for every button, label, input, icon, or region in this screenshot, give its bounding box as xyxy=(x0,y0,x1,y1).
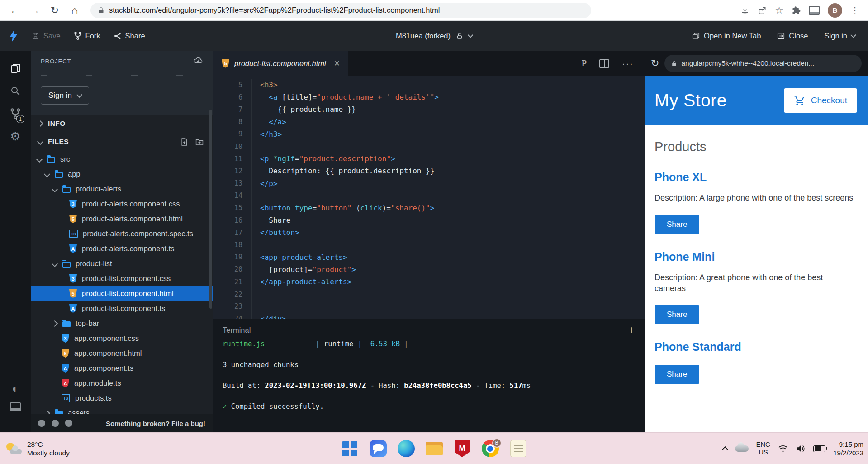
share-button[interactable]: Share xyxy=(655,305,699,324)
save-button[interactable]: Save xyxy=(32,32,61,40)
cloud-download-icon[interactable] xyxy=(194,57,203,64)
close-tab-icon[interactable]: ✕ xyxy=(334,59,340,68)
battery-icon[interactable] xyxy=(813,445,825,452)
share-button[interactable]: Share xyxy=(655,365,699,384)
file-tree-item[interactable]: Aproduct-list.component.ts xyxy=(31,301,213,316)
sidebar-sign-in-button[interactable]: Sign in xyxy=(41,86,89,105)
file-tree-item[interactable]: 3product-list.component.css xyxy=(31,271,213,286)
code-line[interactable]: 5<h3> xyxy=(213,79,645,91)
terminal-output[interactable]: runtime.js | runtime | 6.53 kB | 3 uncha… xyxy=(213,338,645,423)
github-icon[interactable] xyxy=(52,420,59,427)
file-explorer-icon[interactable] xyxy=(425,440,443,458)
files-icon[interactable] xyxy=(5,57,25,80)
code-line[interactable]: 7 {{ product.name }} xyxy=(213,103,645,115)
file-tree-item[interactable]: Aproduct-alerts.component.ts xyxy=(31,241,213,256)
file-tree-item[interactable]: top-bar xyxy=(31,316,213,331)
edge-app-icon[interactable] xyxy=(397,440,415,458)
code-line[interactable]: 8 </a> xyxy=(213,116,645,128)
file-tree-item[interactable]: src xyxy=(31,152,213,167)
file-tree-item[interactable]: product-alerts xyxy=(31,182,213,196)
chat-app-icon[interactable] xyxy=(369,440,387,458)
code-line[interactable]: 12 Description: {{ product.description }… xyxy=(213,165,645,177)
code-line[interactable]: 10 xyxy=(213,140,645,153)
twitter-icon[interactable] xyxy=(38,420,45,427)
windows-start-button[interactable] xyxy=(341,440,359,458)
code-line[interactable]: 17</button> xyxy=(213,226,645,239)
new-terminal-icon[interactable]: + xyxy=(628,325,635,335)
git-icon[interactable]: 1 xyxy=(5,102,25,125)
tray-chevron-up-icon[interactable] xyxy=(722,446,728,453)
new-folder-icon[interactable] xyxy=(195,138,204,146)
checkout-button[interactable]: Checkout xyxy=(784,88,857,113)
file-tree-item[interactable]: Aapp.module.ts xyxy=(31,376,213,391)
volume-icon[interactable] xyxy=(796,445,806,453)
file-tree-item[interactable]: 5app.component.html xyxy=(31,346,213,361)
file-tree-item[interactable]: 5product-list.component.html xyxy=(31,286,213,301)
file-tree-item[interactable]: Aapp.component.ts xyxy=(31,361,213,376)
file-tree-item[interactable]: 3product-alerts.component.css xyxy=(31,196,213,211)
code-line[interactable]: 11<p *ngIf="product.description"> xyxy=(213,153,645,165)
file-tree-item[interactable]: 3app.component.css xyxy=(31,331,213,346)
info-section-header[interactable]: INFO xyxy=(31,115,213,133)
mcafee-app-icon[interactable]: M xyxy=(453,440,471,458)
files-section-header[interactable]: FILES xyxy=(31,133,213,151)
install-icon[interactable] xyxy=(740,6,749,15)
file-a-bug-link[interactable]: Something broken? File a bug! xyxy=(106,420,205,427)
code-line[interactable]: 13</p> xyxy=(213,177,645,190)
file-tree-item[interactable]: TSproducts.ts xyxy=(31,391,213,406)
share-button[interactable]: Share xyxy=(655,215,699,234)
code-line[interactable]: 20 [product]="product"> xyxy=(213,263,645,276)
code-line[interactable]: 19<app-product-alerts> xyxy=(213,251,645,263)
theme-toggle-icon[interactable]: ◐ xyxy=(12,383,19,394)
new-file-icon[interactable] xyxy=(180,138,188,146)
reload-icon[interactable]: ↻ xyxy=(46,2,63,19)
code-line[interactable]: 6 <a [title]="product.name + ' details'"… xyxy=(213,91,645,103)
code-line[interactable]: 15<button type="button" (click)="share()… xyxy=(213,202,645,214)
close-button[interactable]: Close xyxy=(777,32,808,40)
prettier-icon[interactable]: P xyxy=(582,59,587,68)
stackblitz-logo-icon[interactable] xyxy=(9,29,18,42)
bookmark-star-icon[interactable]: ☆ xyxy=(775,5,783,16)
fork-button[interactable]: Fork xyxy=(74,32,100,40)
forward-icon[interactable]: → xyxy=(26,2,43,19)
discord-icon[interactable] xyxy=(65,420,72,427)
file-tree-item[interactable]: 5product-alerts.component.html xyxy=(31,211,213,226)
settings-gear-icon[interactable]: ⚙ xyxy=(5,125,25,148)
code-line[interactable]: 16 Share xyxy=(213,214,645,226)
refresh-preview-icon[interactable]: ↻ xyxy=(651,57,659,69)
preview-url-bar[interactable]: angularpcmy5k-whhe--4200.local-creden... xyxy=(664,55,862,72)
code-line[interactable]: 21</app-product-alerts> xyxy=(213,276,645,288)
split-editor-icon[interactable] xyxy=(599,59,609,68)
weather-widget[interactable]: 28°C Mostly cloudy xyxy=(5,433,70,464)
profile-avatar[interactable]: B xyxy=(828,3,842,18)
open-in-new-tab-button[interactable]: Open in New Tab xyxy=(692,32,761,40)
wifi-icon[interactable] xyxy=(778,445,788,453)
code-editor[interactable]: 5<h3>6 <a [title]="product.name + ' deta… xyxy=(213,76,645,325)
onedrive-icon[interactable] xyxy=(735,445,749,452)
share-button[interactable]: Share xyxy=(114,32,145,40)
address-bar[interactable]: stackblitz.com/edit/angular-pcmy5k?file=… xyxy=(90,3,591,18)
browser-menu-icon[interactable]: ⋮ xyxy=(850,5,860,16)
code-line[interactable]: 14 xyxy=(213,190,645,202)
side-panel-icon[interactable] xyxy=(809,6,820,15)
file-tree-item[interactable]: app xyxy=(31,167,213,182)
file-tree-item[interactable]: product-list xyxy=(31,256,213,271)
chrome-app-icon[interactable]: B xyxy=(481,440,499,458)
product-name-link[interactable]: Phone Standard xyxy=(655,340,857,354)
more-actions-icon[interactable]: ··· xyxy=(622,58,634,69)
code-line[interactable]: 9</h3> xyxy=(213,128,645,140)
search-icon[interactable] xyxy=(5,80,25,102)
sidebar-scrollbar[interactable] xyxy=(209,110,212,309)
project-title[interactable]: M81uea (forked) xyxy=(396,21,472,51)
toggle-panel-icon[interactable] xyxy=(10,402,21,411)
clock-widget[interactable]: 9:15 pm 19/2/2023 xyxy=(833,440,863,458)
share-icon[interactable] xyxy=(758,6,767,15)
notepad-app-icon[interactable] xyxy=(509,440,527,458)
home-icon[interactable]: ⌂ xyxy=(66,2,83,19)
code-line[interactable]: 22 xyxy=(213,288,645,300)
language-indicator[interactable]: ENG US xyxy=(756,441,770,457)
sign-in-button[interactable]: Sign in xyxy=(825,32,855,40)
code-line[interactable]: 18 xyxy=(213,239,645,251)
editor-tab[interactable]: 5 product-list.component.html ✕ xyxy=(213,51,348,76)
product-name-link[interactable]: Phone XL xyxy=(655,171,857,184)
